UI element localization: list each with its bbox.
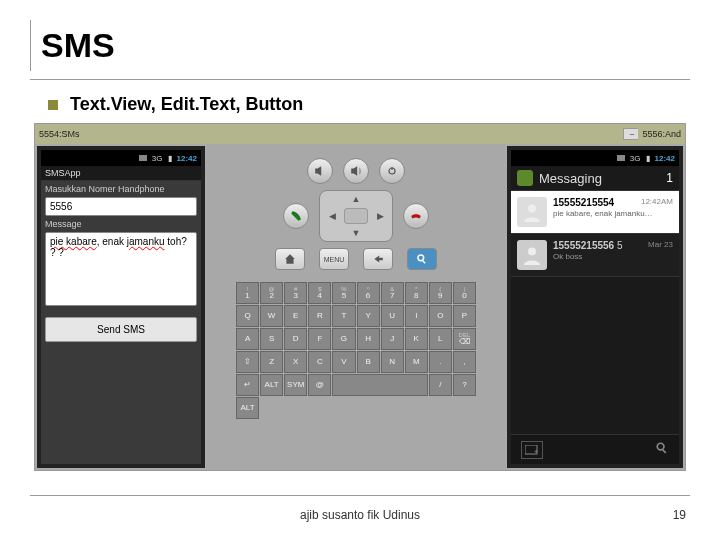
status-bar: 3G ▮ 12:42 xyxy=(511,150,679,166)
send-button[interactable]: Send SMS xyxy=(45,317,197,342)
svg-rect-9 xyxy=(662,449,666,453)
messaging-icon xyxy=(517,170,533,186)
key-H[interactable]: H xyxy=(357,328,380,350)
key-S[interactable]: S xyxy=(260,328,283,350)
spellcheck-word: pie kabare xyxy=(50,236,97,247)
key-U[interactable]: U xyxy=(381,305,404,327)
svg-point-4 xyxy=(528,204,536,212)
key-B[interactable]: B xyxy=(357,351,380,373)
key-F[interactable]: F xyxy=(308,328,331,350)
key-J[interactable]: J xyxy=(381,328,404,350)
status-time: 12:42 xyxy=(177,154,197,163)
key-V[interactable]: V xyxy=(332,351,355,373)
slide-title: SMS xyxy=(41,26,690,65)
dpad-right[interactable]: ▶ xyxy=(368,208,392,225)
footer-divider xyxy=(30,495,690,496)
key-Z[interactable]: Z xyxy=(260,351,283,373)
spellcheck-word: jamanku xyxy=(127,236,165,247)
avatar-icon xyxy=(517,240,547,270)
key-M[interactable]: M xyxy=(405,351,428,373)
unread-count: 1 xyxy=(666,171,673,185)
messaging-header: Messaging 1 xyxy=(511,166,679,191)
thread-number: 15555215556 5 xyxy=(553,240,623,251)
key-T[interactable]: T xyxy=(332,305,355,327)
bullet-row: Text.View, Edit.Text, Button xyxy=(48,94,690,115)
key-shift[interactable]: ⇧ xyxy=(236,351,259,373)
key-C[interactable]: C xyxy=(308,351,331,373)
phone-input[interactable]: 5556 xyxy=(45,197,197,216)
dpad[interactable]: ▲ ◀▶ ▼ xyxy=(319,190,393,242)
key-5[interactable]: %5 xyxy=(332,282,355,304)
page-number: 19 xyxy=(673,508,686,522)
back-button[interactable] xyxy=(363,248,393,270)
sms-form: Masukkan Nomer Handphone 5556 Message pi… xyxy=(41,181,201,464)
thread-item[interactable]: 1555521555412:42AMpie kabare, enak jaman… xyxy=(511,191,679,234)
key-1[interactable]: !1 xyxy=(236,282,259,304)
message-input[interactable]: pie kabare, enak jamanku toh? ? ? xyxy=(45,232,197,306)
key-P[interactable]: P xyxy=(453,305,476,327)
battery-icon: ▮ xyxy=(646,154,650,163)
key-9[interactable]: (9 xyxy=(429,282,452,304)
phone-label: Masukkan Nomer Handphone xyxy=(45,184,197,194)
key-O[interactable]: O xyxy=(429,305,452,327)
emulator-window-title: 5554:SMs xyxy=(39,129,80,139)
thread-timestamp: 12:42AM xyxy=(641,197,673,208)
key-delete[interactable]: DEL⌫ xyxy=(453,328,476,350)
key-.[interactable]: . xyxy=(429,351,452,373)
menu-button[interactable]: MENU xyxy=(319,248,349,270)
thread-number: 15555215554 xyxy=(553,197,614,208)
battery-icon: ▮ xyxy=(168,154,172,163)
key-8[interactable]: *8 xyxy=(405,282,428,304)
key-6[interactable]: ^6 xyxy=(357,282,380,304)
dpad-left[interactable]: ◀ xyxy=(320,208,344,225)
network-icon: 3G xyxy=(630,154,641,163)
volume-up-button[interactable] xyxy=(343,158,369,184)
key-I[interactable]: I xyxy=(405,305,428,327)
search-button[interactable] xyxy=(407,248,437,270)
key-W[interactable]: W xyxy=(260,305,283,327)
key-Y[interactable]: Y xyxy=(357,305,380,327)
key-enter[interactable]: ↵ xyxy=(236,374,259,396)
key-2[interactable]: @2 xyxy=(260,282,283,304)
key-R[interactable]: R xyxy=(308,305,331,327)
key-A[interactable]: A xyxy=(236,328,259,350)
key-X[interactable]: X xyxy=(284,351,307,373)
avatar-icon xyxy=(517,197,547,227)
empty-area xyxy=(511,277,679,434)
dpad-up[interactable]: ▲ xyxy=(344,191,368,208)
key-sym[interactable]: SYM xyxy=(284,374,307,396)
thread-item[interactable]: 15555215556 5Mar 23Ok boss xyxy=(511,234,679,277)
key-space[interactable] xyxy=(332,374,427,396)
key-D[interactable]: D xyxy=(284,328,307,350)
key-@[interactable]: @ xyxy=(308,374,331,396)
key-7[interactable]: &7 xyxy=(381,282,404,304)
key-alt-right[interactable]: ALT xyxy=(236,397,259,419)
compose-button[interactable]: + xyxy=(521,441,543,459)
key-K[interactable]: K xyxy=(405,328,428,350)
end-call-button[interactable] xyxy=(403,203,429,229)
key-E[interactable]: E xyxy=(284,305,307,327)
key-alt[interactable]: ALT xyxy=(260,374,283,396)
key-Q[interactable]: Q xyxy=(236,305,259,327)
key-/[interactable]: / xyxy=(429,374,452,396)
key-,[interactable]: , xyxy=(453,351,476,373)
phone-right: 3G ▮ 12:42 Messaging 1 1555521555412:42A… xyxy=(507,146,683,468)
key-?[interactable]: ? xyxy=(453,374,476,396)
key-L[interactable]: L xyxy=(429,328,452,350)
key-0[interactable]: )0 xyxy=(453,282,476,304)
dpad-center[interactable] xyxy=(344,208,368,225)
key-G[interactable]: G xyxy=(332,328,355,350)
volume-down-button[interactable] xyxy=(307,158,333,184)
key-N[interactable]: N xyxy=(381,351,404,373)
key-3[interactable]: #3 xyxy=(284,282,307,304)
call-button[interactable] xyxy=(283,203,309,229)
messaging-title: Messaging xyxy=(539,171,602,186)
power-button[interactable] xyxy=(379,158,405,184)
dpad-down[interactable]: ▼ xyxy=(344,224,368,241)
key-4[interactable]: $4 xyxy=(308,282,331,304)
bottom-bar: + xyxy=(511,434,679,464)
title-underline xyxy=(30,79,690,80)
home-button[interactable] xyxy=(275,248,305,270)
bottom-search-button[interactable] xyxy=(655,441,669,459)
thread-timestamp: Mar 23 xyxy=(648,240,673,251)
